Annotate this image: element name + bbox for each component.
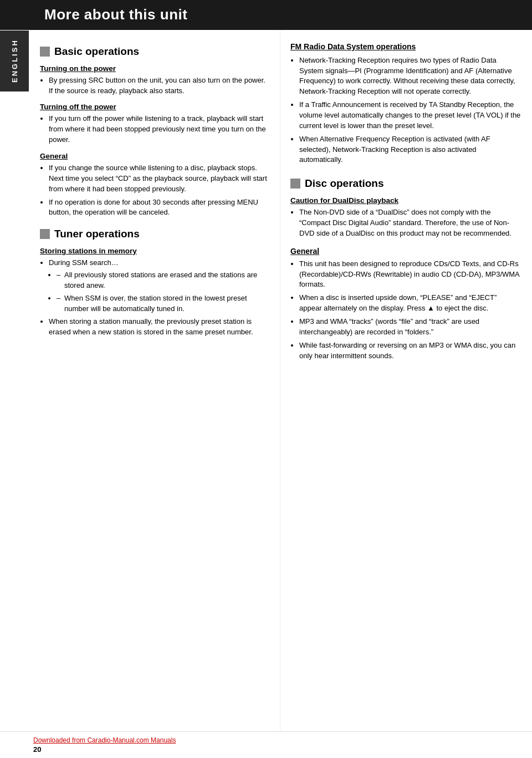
footer-page-number: 20 [33,745,523,754]
list-item: This unit has been designed to reproduce… [299,259,521,291]
list-item: Network-Tracking Reception requires two … [299,55,521,97]
footer-download-link[interactable]: Downloaded from Caradio-Manual.com Manua… [33,736,176,744]
tuner-ops-section-title: Tuner operations [40,228,270,240]
left-column: Basic operations Turning on the power By… [29,30,280,731]
basic-general-list: If you change the source while listening… [40,163,270,218]
turning-on-list: By pressing SRC button on the unit, you … [40,75,270,96]
list-item: MP3 and WMA “tracks” (words “file” and “… [299,317,521,338]
list-item: If a Traffic Announcement is received by… [299,100,521,131]
page-title: More about this unit [44,6,187,23]
list-item: By pressing SRC button on the unit, you … [49,75,270,96]
turning-off-list: If you turn off the power while listenin… [40,114,270,145]
disc-ops-icon [290,179,300,189]
list-item: The Non-DVD side of a “DualDisc” does no… [299,207,521,239]
page-header: More about this unit [0,0,532,30]
main-content: Basic operations Turning on the power By… [0,30,532,731]
list-item: If no operation is done for about 30 sec… [49,197,270,218]
list-item: When storing a station manually, the pre… [49,317,270,338]
turning-off-heading: Turning off the power [40,103,270,111]
caution-heading: Caution for DualDisc playback [290,196,521,205]
dash-item: When SSM is over, the station stored in … [57,293,270,314]
list-item: During SSM search… All previously stored… [49,258,270,314]
basic-ops-title: Basic operations [54,45,139,58]
footer: Downloaded from Caradio-Manual.com Manua… [0,731,532,758]
right-column: FM Radio Data System operations Network-… [280,30,532,731]
list-item: While fast-forwarding or reversing on an… [299,340,521,362]
dash-item: All previously stored stations are erase… [57,270,270,291]
disc-general-heading: General [290,247,521,256]
turning-on-heading: Turning on the power [40,64,270,73]
fm-radio-heading: FM Radio Data System operations [290,42,521,51]
sidebar-language-label: ENGLISH [0,30,29,91]
ssm-dash-list: All previously stored stations are erase… [49,270,270,314]
list-item: If you change the source while listening… [49,163,270,195]
storing-stations-heading: Storing stations in memory [40,247,270,255]
basic-general-heading: General [40,152,270,160]
disc-general-list: This unit has been designed to reproduce… [290,259,521,362]
footer-link[interactable]: Downloaded from Caradio-Manual.com Manua… [33,736,523,744]
disc-ops-section-title: Disc operations [290,177,521,190]
tuner-ops-title: Tuner operations [54,228,140,240]
list-item: When Alternative Frequency Reception is … [299,134,521,166]
basic-ops-section-title: Basic operations [40,45,270,58]
page: More about this unit ENGLISH Basic opera… [0,0,532,758]
list-item: When a disc is inserted upside down, “PL… [299,293,521,314]
storing-list: During SSM search… All previously stored… [40,258,270,338]
tuner-ops-icon [40,229,50,239]
list-item: If you turn off the power while listenin… [49,114,270,145]
disc-ops-title: Disc operations [305,177,384,190]
basic-ops-icon [40,47,50,57]
fm-radio-list: Network-Tracking Reception requires two … [290,55,521,165]
caution-list: The Non-DVD side of a “DualDisc” does no… [290,207,521,239]
